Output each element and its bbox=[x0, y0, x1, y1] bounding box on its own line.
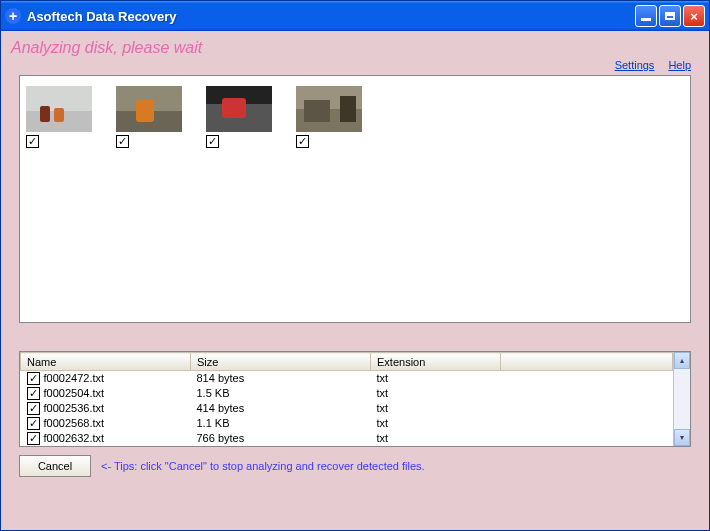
row-checkbox[interactable]: ✓ bbox=[27, 417, 40, 430]
window-title: Asoftech Data Recovery bbox=[27, 9, 633, 24]
help-link[interactable]: Help bbox=[668, 59, 691, 71]
app-window: + Asoftech Data Recovery × Analyzing dis… bbox=[0, 0, 710, 531]
table-row[interactable]: ✓f0002632.txt 766 bytes txt bbox=[21, 431, 673, 446]
file-ext: txt bbox=[371, 386, 501, 401]
table-row[interactable]: ✓f0002536.txt 414 bytes txt bbox=[21, 401, 673, 416]
row-checkbox[interactable]: ✓ bbox=[27, 387, 40, 400]
thumbnail-checkbox[interactable]: ✓ bbox=[296, 135, 309, 148]
cancel-button[interactable]: Cancel bbox=[19, 455, 91, 477]
column-header-spacer bbox=[501, 353, 673, 371]
file-ext: txt bbox=[371, 416, 501, 431]
file-size: 414 bytes bbox=[191, 401, 371, 416]
file-ext: txt bbox=[371, 431, 501, 446]
file-name: f0002472.txt bbox=[44, 372, 105, 384]
file-ext: txt bbox=[371, 371, 501, 386]
scrollbar-track[interactable] bbox=[674, 369, 690, 429]
row-checkbox[interactable]: ✓ bbox=[27, 432, 40, 445]
bottom-bar: Cancel <- Tips: click "Cancel" to stop a… bbox=[19, 455, 691, 477]
tip-text: <- Tips: click "Cancel" to stop analyzin… bbox=[101, 460, 425, 472]
table-row[interactable]: ✓f0002568.txt 1.1 KB txt bbox=[21, 416, 673, 431]
column-header-name[interactable]: Name bbox=[21, 353, 191, 371]
row-checkbox[interactable]: ✓ bbox=[27, 402, 40, 415]
file-name: f0002536.txt bbox=[44, 402, 105, 414]
file-name: f0002504.txt bbox=[44, 387, 105, 399]
file-name: f0002568.txt bbox=[44, 417, 105, 429]
row-checkbox[interactable]: ✓ bbox=[27, 372, 40, 385]
column-header-size[interactable]: Size bbox=[191, 353, 371, 371]
thumbnail-item[interactable]: ✓ bbox=[26, 86, 92, 148]
thumbnail-image[interactable] bbox=[116, 86, 182, 132]
settings-link[interactable]: Settings bbox=[615, 59, 655, 71]
file-size: 1.5 KB bbox=[191, 386, 371, 401]
thumbnails-panel: ✓ ✓ ✓ ✓ bbox=[19, 75, 691, 323]
file-table: Name Size Extension ✓f0002472.txt 814 by… bbox=[19, 351, 691, 447]
titlebar[interactable]: + Asoftech Data Recovery × bbox=[1, 1, 709, 31]
file-ext: txt bbox=[371, 401, 501, 416]
thumbnail-checkbox[interactable]: ✓ bbox=[26, 135, 39, 148]
table-row[interactable]: ✓f0002504.txt 1.5 KB txt bbox=[21, 386, 673, 401]
thumbnail-image[interactable] bbox=[26, 86, 92, 132]
thumbnail-item[interactable]: ✓ bbox=[206, 86, 272, 148]
column-header-extension[interactable]: Extension bbox=[371, 353, 501, 371]
table-row[interactable]: ✓f0002472.txt 814 bytes txt bbox=[21, 371, 673, 386]
table-header-row: Name Size Extension bbox=[21, 353, 673, 371]
thumbnail-checkbox[interactable]: ✓ bbox=[116, 135, 129, 148]
close-button[interactable]: × bbox=[683, 5, 705, 27]
thumbnail-item[interactable]: ✓ bbox=[116, 86, 182, 148]
scroll-up-button[interactable]: ▴ bbox=[674, 352, 690, 369]
app-icon: + bbox=[5, 8, 21, 24]
maximize-button[interactable] bbox=[659, 5, 681, 27]
header-links: Settings Help bbox=[5, 59, 705, 71]
scroll-down-button[interactable]: ▾ bbox=[674, 429, 690, 446]
client-area: Analyzing disk, please wait Settings Hel… bbox=[1, 31, 709, 530]
file-size: 766 bytes bbox=[191, 431, 371, 446]
minimize-button[interactable] bbox=[635, 5, 657, 27]
file-size: 1.1 KB bbox=[191, 416, 371, 431]
file-size: 814 bytes bbox=[191, 371, 371, 386]
vertical-scrollbar[interactable]: ▴ ▾ bbox=[673, 352, 690, 446]
thumbnail-image[interactable] bbox=[206, 86, 272, 132]
thumbnail-checkbox[interactable]: ✓ bbox=[206, 135, 219, 148]
file-name: f0002632.txt bbox=[44, 432, 105, 444]
thumbnail-image[interactable] bbox=[296, 86, 362, 132]
thumbnail-item[interactable]: ✓ bbox=[296, 86, 362, 148]
